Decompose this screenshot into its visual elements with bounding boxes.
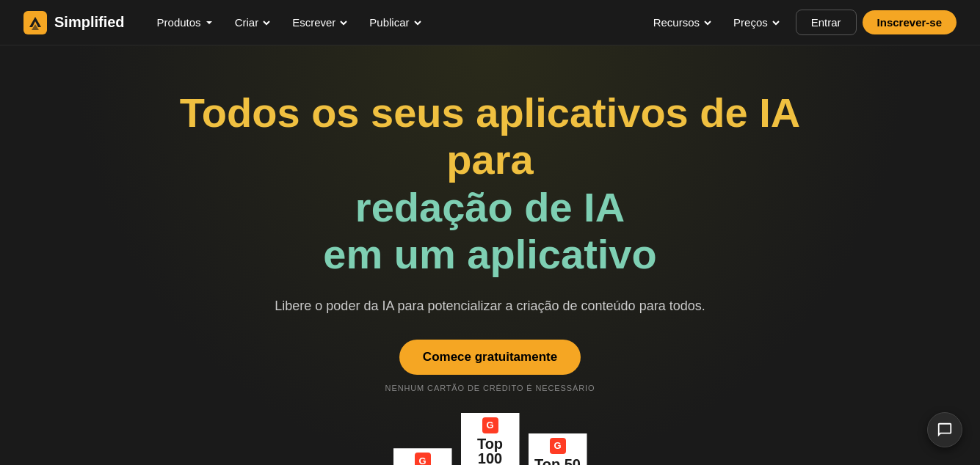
badge-top100: G Top 100 Fastest Growing Products BEST … [461, 413, 520, 465]
hero-title-line2: redação de IA [355, 184, 625, 230]
logo[interactable]: Simplified [23, 11, 125, 34]
nav-item-recursos[interactable]: Recursos [645, 10, 722, 34]
badge-shape-3: G Top 50 Design Products BEST SOFTWARE A… [529, 433, 587, 465]
nav-right-items: Recursos Preços [645, 10, 790, 34]
chevron-down-icon [338, 18, 349, 28]
nav-item-criar[interactable]: Criar [226, 10, 281, 34]
badge-main-3: Top 50 [534, 457, 581, 465]
hero-subtitle: Libere o poder da IA para potencializar … [275, 296, 705, 316]
badge-top50: G Top 50 Design Products BEST SOFTWARE A… [529, 433, 587, 465]
chat-widget[interactable] [927, 412, 962, 447]
badge-shape-2: G Top 100 Fastest Growing Products BEST … [461, 413, 520, 465]
g2-logo-3: G [550, 438, 566, 454]
chevron-down-icon [703, 18, 713, 28]
hero-title-line3: em um aplicativo [323, 231, 656, 277]
navbar-right: Recursos Preços Entrar Inscrever-se [645, 10, 957, 35]
chevron-down-icon [771, 18, 781, 28]
nav-item-escrever[interactable]: Escrever [283, 10, 357, 34]
hero-section: Todos os seus aplicativos de IA para red… [0, 45, 980, 465]
nav-item-produtos[interactable]: Produtos [148, 10, 223, 34]
logo-icon [23, 11, 47, 34]
hero-title-line1: Todos os seus aplicativos de IA para [180, 89, 800, 183]
chevron-down-icon [413, 18, 423, 28]
nav-left-items: Produtos Criar Escrever Publicar [148, 10, 432, 34]
badge-leader: G Leader WINTER 2023 [393, 448, 452, 465]
badge-main-2: Top 100 [464, 436, 517, 465]
cta-button[interactable]: Comece gratuitamente [399, 340, 581, 375]
nav-item-precos[interactable]: Preços [725, 10, 790, 34]
chat-icon [937, 422, 953, 438]
no-card-text: NENHUM CARTÃO DE CRÉDITO É NECESSÁRIO [385, 384, 595, 392]
chevron-down-icon [204, 18, 214, 28]
entrar-button[interactable]: Entrar [796, 10, 857, 35]
chevron-down-icon [261, 18, 272, 28]
navbar-left: Simplified Produtos Criar Escrever [23, 10, 432, 34]
brand-name: Simplified [54, 14, 125, 31]
nav-item-publicar[interactable]: Publicar [360, 10, 431, 34]
navbar: Simplified Produtos Criar Escrever [0, 0, 980, 45]
badges-container: G Leader WINTER 2023 G Top 100 Fastest G… [393, 413, 587, 465]
inscrever-button[interactable]: Inscrever-se [863, 10, 957, 34]
g2-logo-1: G [415, 453, 431, 465]
badge-shape-1: G Leader WINTER 2023 [393, 448, 452, 465]
g2-logo-2: G [482, 417, 498, 433]
hero-title: Todos os seus aplicativos de IA para red… [160, 89, 821, 279]
svg-rect-0 [23, 11, 47, 34]
